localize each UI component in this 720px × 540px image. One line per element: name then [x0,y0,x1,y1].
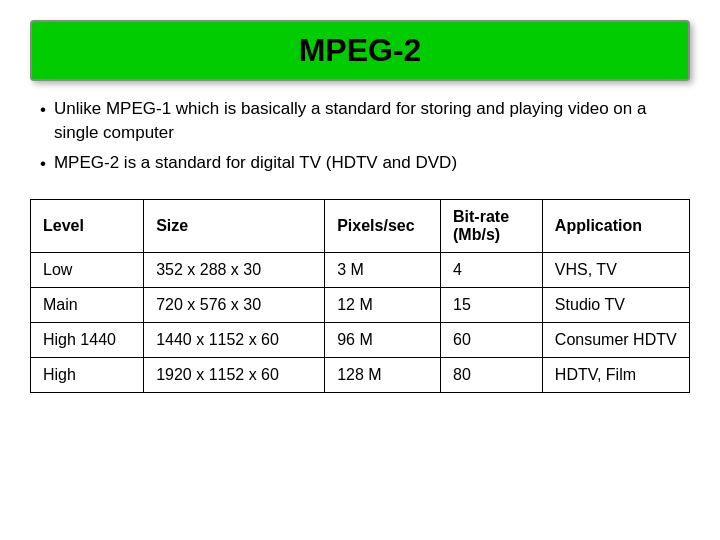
cell-bitrate-low: 4 [441,253,543,288]
cell-pixels-high1440: 96 M [325,323,441,358]
slide-title: MPEG-2 [299,32,422,68]
cell-pixels-low: 3 M [325,253,441,288]
header-size: Size [144,200,325,253]
cell-app-high: HDTV, Film [542,358,689,393]
cell-size-main: 720 x 576 x 30 [144,288,325,323]
cell-bitrate-high: 80 [441,358,543,393]
bullet-text-2: MPEG-2 is a standard for digital TV (HDT… [54,151,690,175]
cell-app-main: Studio TV [542,288,689,323]
cell-size-high: 1920 x 1152 x 60 [144,358,325,393]
header-application: Application [542,200,689,253]
cell-app-high1440: Consumer HDTV [542,323,689,358]
table-row: Main 720 x 576 x 30 12 M 15 Studio TV [31,288,690,323]
cell-level-high: High [31,358,144,393]
title-bar: MPEG-2 [30,20,690,81]
mpeg-table: Level Size Pixels/sec Bit-rate(Mb/s) App… [30,199,690,393]
header-bitrate: Bit-rate(Mb/s) [441,200,543,253]
cell-size-high1440: 1440 x 1152 x 60 [144,323,325,358]
cell-bitrate-high1440: 60 [441,323,543,358]
header-pixels: Pixels/sec [325,200,441,253]
data-table-container: Level Size Pixels/sec Bit-rate(Mb/s) App… [30,199,690,393]
slide: MPEG-2 • Unlike MPEG-1 which is basicall… [0,0,720,540]
bullet-text-1: Unlike MPEG-1 which is basically a stand… [54,97,690,145]
table-row: High 1920 x 1152 x 60 128 M 80 HDTV, Fil… [31,358,690,393]
bullet-list: • Unlike MPEG-1 which is basically a sta… [40,97,690,175]
cell-level-main: Main [31,288,144,323]
table-row: Low 352 x 288 x 30 3 M 4 VHS, TV [31,253,690,288]
cell-size-low: 352 x 288 x 30 [144,253,325,288]
cell-app-low: VHS, TV [542,253,689,288]
cell-pixels-main: 12 M [325,288,441,323]
bullet-item-1: • Unlike MPEG-1 which is basically a sta… [40,97,690,145]
bullet-dot-1: • [40,98,46,122]
bullet-item-2: • MPEG-2 is a standard for digital TV (H… [40,151,690,176]
cell-level-low: Low [31,253,144,288]
cell-level-high1440: High 1440 [31,323,144,358]
cell-pixels-high: 128 M [325,358,441,393]
cell-bitrate-main: 15 [441,288,543,323]
header-level: Level [31,200,144,253]
bullet-dot-2: • [40,152,46,176]
table-row: High 1440 1440 x 1152 x 60 96 M 60 Consu… [31,323,690,358]
table-header-row: Level Size Pixels/sec Bit-rate(Mb/s) App… [31,200,690,253]
